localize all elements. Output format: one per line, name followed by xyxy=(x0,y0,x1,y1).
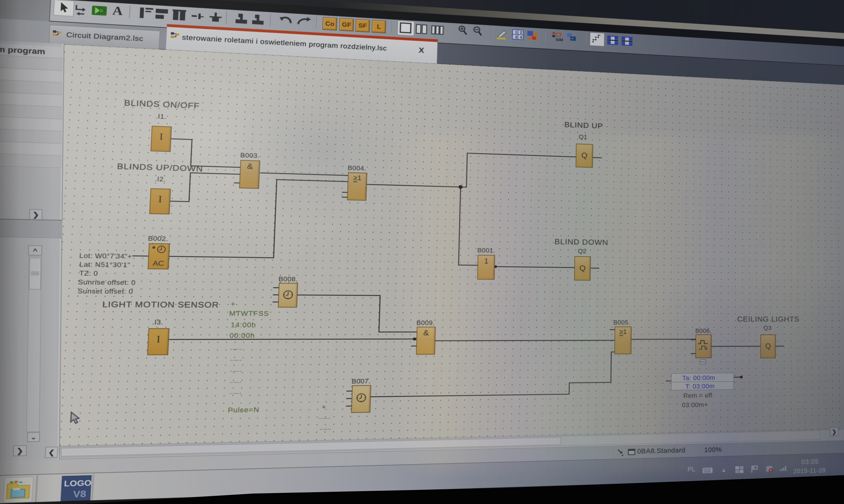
svg-text:1: 1 xyxy=(515,30,517,34)
svg-text:4: 4 xyxy=(520,35,522,39)
svg-text:3: 3 xyxy=(515,35,517,39)
svg-text:SIM: SIM xyxy=(556,37,563,42)
svg-text:2: 2 xyxy=(520,30,522,35)
